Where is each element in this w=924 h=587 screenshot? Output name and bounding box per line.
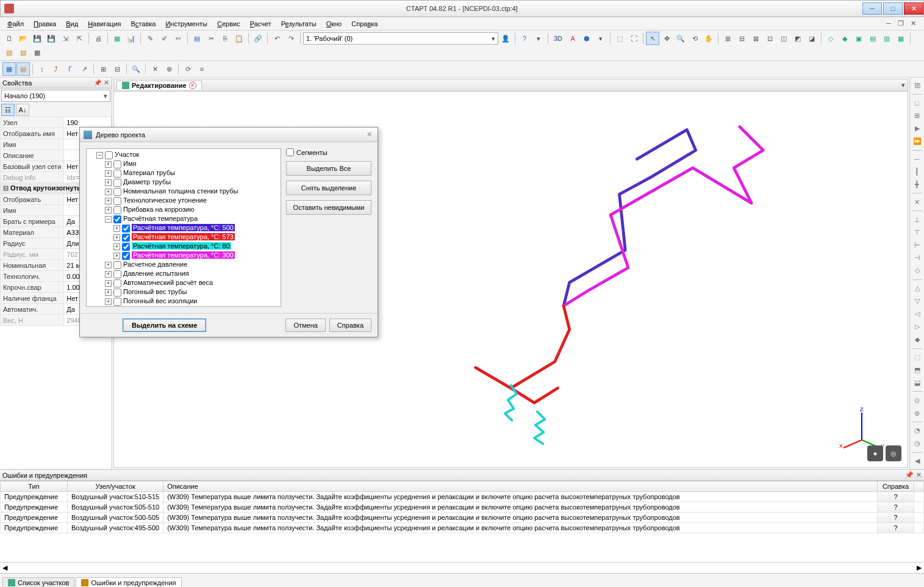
s-h-icon[interactable]: ⊟: [110, 62, 124, 76]
t-a-icon[interactable]: ⊞: [721, 32, 734, 45]
rv-m-icon[interactable]: ⊣: [911, 253, 923, 264]
s-e-icon[interactable]: Г: [63, 62, 77, 76]
move-icon[interactable]: ✥: [660, 32, 673, 45]
col-node[interactable]: Узел/участок: [68, 481, 163, 492]
menu-insert[interactable]: Вставка: [126, 19, 161, 29]
s-i-icon[interactable]: 🔍: [129, 62, 143, 76]
t-f-icon[interactable]: ◩: [791, 32, 804, 45]
s-a-icon[interactable]: ▦: [2, 62, 16, 76]
menu-service[interactable]: Сервис: [212, 19, 245, 29]
t-m-icon[interactable]: ▦: [894, 32, 908, 45]
menu-file[interactable]: Файл: [2, 19, 29, 29]
t-n-icon[interactable]: ▧: [2, 46, 16, 59]
rv-i-icon[interactable]: ✕: [911, 196, 923, 207]
categorized-icon[interactable]: ☷: [1, 104, 15, 116]
tab-errors[interactable]: Ошибки и предупреждения: [76, 577, 181, 587]
saveall-icon[interactable]: 💾: [45, 32, 58, 45]
zoom-rect-icon[interactable]: ⬚: [613, 32, 626, 45]
error-row[interactable]: ПредупреждениеВоздушный участок:495-500(…: [1, 523, 924, 533]
rv-f-icon[interactable]: ─: [911, 154, 923, 165]
col-desc[interactable]: Описание: [163, 481, 878, 492]
rv-n-icon[interactable]: ◇: [911, 265, 923, 276]
table-icon[interactable]: ▤: [190, 32, 204, 45]
select-all-button[interactable]: Выделить Все: [286, 161, 371, 176]
err-close-icon[interactable]: ✕: [916, 471, 922, 479]
highlight-button[interactable]: Выделить на схеме: [123, 319, 206, 332]
help-cell[interactable]: ?: [878, 523, 914, 533]
alphabetical-icon[interactable]: A↓: [16, 104, 29, 116]
rv-x-icon[interactable]: ⊚: [911, 408, 923, 419]
prop-val[interactable]: 190: [64, 117, 112, 128]
t-p-icon[interactable]: ▩: [30, 46, 44, 59]
menu-tools[interactable]: Инструменты: [160, 19, 212, 29]
s-l-icon[interactable]: ⟳: [181, 62, 195, 76]
chart-icon[interactable]: 📊: [124, 32, 138, 45]
t-h-icon[interactable]: ◇: [824, 32, 837, 45]
rotate-icon[interactable]: ⟲: [688, 32, 701, 45]
rv-d-icon[interactable]: ▶: [911, 123, 923, 134]
paste-icon[interactable]: 📋: [232, 32, 246, 45]
rv-u-icon[interactable]: ⬒: [911, 364, 923, 375]
help-cell[interactable]: ?: [878, 492, 914, 502]
err-left-icon[interactable]: ◀: [2, 564, 7, 572]
menu-nav[interactable]: Навигация: [83, 19, 126, 29]
pin-icon[interactable]: 📌: [94, 79, 101, 86]
menu-help[interactable]: Справка: [346, 19, 382, 29]
rv-g-icon[interactable]: ┃: [911, 167, 923, 178]
import-icon[interactable]: ⇱: [73, 32, 86, 45]
tab-dropdown-icon[interactable]: ▾: [901, 81, 905, 89]
export-icon[interactable]: ⇲: [59, 32, 72, 45]
cancel-button[interactable]: Отмена: [285, 319, 325, 332]
s-m-icon[interactable]: ≡: [195, 62, 209, 76]
t-o-icon[interactable]: ▨: [16, 46, 30, 59]
mdi-restore-icon[interactable]: ❐: [896, 20, 906, 27]
rv-v-icon[interactable]: ⬓: [911, 377, 923, 388]
s-f-icon[interactable]: ↗: [77, 62, 91, 76]
error-row[interactable]: ПредупреждениеВоздушный участок:505-510(…: [1, 502, 924, 513]
copy-icon[interactable]: ⎘: [218, 32, 232, 45]
dialog-titlebar[interactable]: Дерево проекта ✕: [80, 128, 378, 142]
help-icon[interactable]: ?: [518, 32, 531, 45]
rv-e-icon[interactable]: ⏩: [911, 136, 923, 147]
col-type[interactable]: Тип: [1, 481, 68, 492]
tab-close-icon[interactable]: ✕: [189, 82, 196, 89]
s-k-icon[interactable]: ⊗: [162, 62, 176, 76]
rv-c-icon[interactable]: ⊞: [911, 110, 923, 121]
col-help[interactable]: Справка: [878, 481, 914, 492]
zoom-icon[interactable]: 🔍: [674, 32, 687, 45]
panel-close-icon[interactable]: ✕: [104, 79, 109, 87]
rv-b-icon[interactable]: □: [911, 98, 923, 109]
t-j-icon[interactable]: ▣: [852, 32, 865, 45]
segments-checkbox[interactable]: Сегменты: [286, 148, 371, 156]
t-k-icon[interactable]: ▤: [866, 32, 879, 45]
print-icon[interactable]: 🖨: [91, 32, 105, 45]
redo-icon[interactable]: ↷: [284, 32, 298, 45]
mdi-close-icon[interactable]: ✕: [908, 20, 918, 27]
rv-t-icon[interactable]: ⬚: [911, 351, 923, 362]
rv-k-icon[interactable]: ⊤: [911, 227, 923, 238]
t-d-icon[interactable]: ⊡: [763, 32, 776, 45]
menu-window[interactable]: Окно: [321, 19, 347, 29]
text-icon[interactable]: A: [566, 32, 579, 45]
rv-h-icon[interactable]: ╋: [911, 179, 923, 190]
dialog-close-icon[interactable]: ✕: [364, 131, 374, 139]
t-b-icon[interactable]: ⊟: [735, 32, 748, 45]
3d-button[interactable]: 3D: [551, 32, 565, 45]
help-cell[interactable]: ?: [878, 513, 914, 523]
deselect-button[interactable]: Снять выделение: [286, 181, 371, 195]
dd2-icon[interactable]: ▾: [594, 32, 607, 45]
s-d-icon[interactable]: ⤴: [49, 62, 63, 76]
edit2-icon[interactable]: ✐: [157, 32, 171, 45]
save-icon[interactable]: 💾: [30, 32, 44, 45]
rv-a-icon[interactable]: ▥: [911, 80, 923, 91]
rv-y-icon[interactable]: ◔: [911, 425, 923, 436]
mdi-minimize-icon[interactable]: ─: [884, 20, 894, 27]
rv-r-icon[interactable]: ▷: [911, 322, 923, 333]
target-icon[interactable]: ◎: [886, 445, 901, 461]
rv-o-icon[interactable]: △: [911, 283, 923, 294]
s-g-icon[interactable]: ⊞: [96, 62, 110, 76]
t-i-icon[interactable]: ◆: [838, 32, 851, 45]
menu-calc[interactable]: Расчет: [245, 19, 276, 29]
cube-icon[interactable]: ⬢: [580, 32, 593, 45]
pointer-icon[interactable]: ↖: [646, 32, 659, 45]
